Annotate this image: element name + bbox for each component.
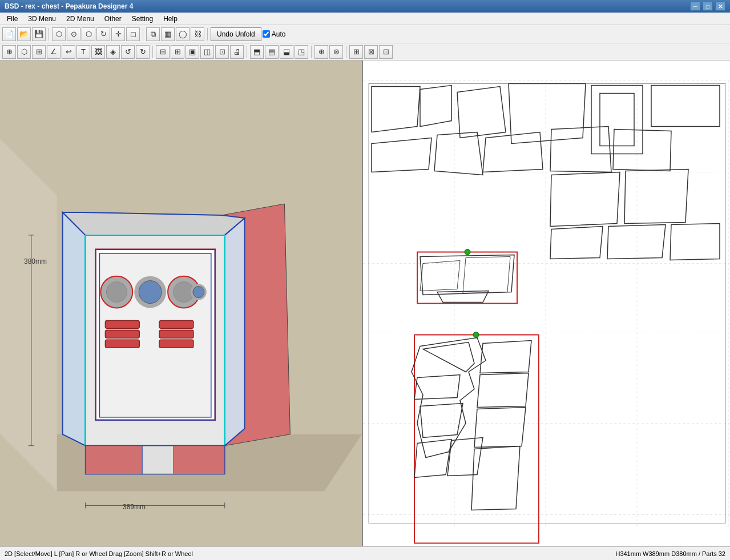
fold5-button[interactable]: ⊡ <box>215 45 229 59</box>
toolbar1: 📄 📂 💾 ⬡ ⊙ ⬡ ↻ ✛ ◻ ⧉ ▦ ◯ ⛓ Undo Unfold Au… <box>0 25 730 43</box>
fold2-button[interactable]: ⊞ <box>171 45 184 59</box>
svg-rect-31 <box>174 446 225 474</box>
svg-marker-2 <box>0 138 57 491</box>
auto-checkbox-container: Auto <box>263 30 286 38</box>
new-button[interactable]: 📄 <box>2 27 16 41</box>
maximize-button[interactable]: □ <box>703 2 713 11</box>
tool5-button[interactable]: ⊡ <box>379 45 393 59</box>
svg-rect-23 <box>105 330 139 338</box>
magnet-button[interactable]: ⬡ <box>17 45 31 59</box>
titlebar: BSD - rex - chest - Pepakura Designer 4 … <box>0 0 730 13</box>
dim-height: 380mm <box>24 257 47 265</box>
move-button[interactable]: ✛ <box>111 27 125 41</box>
angle-button[interactable]: ∠ <box>47 45 61 59</box>
separator6 <box>311 46 312 58</box>
close-button[interactable]: ✕ <box>715 2 725 11</box>
fold4-button[interactable]: ◫ <box>200 45 214 59</box>
print-button[interactable]: 🖨 <box>230 45 244 59</box>
split-button[interactable]: ⧉ <box>146 27 160 41</box>
separator4 <box>152 46 153 58</box>
titlebar-controls: ─ □ ✕ <box>690 2 725 11</box>
svg-rect-26 <box>159 330 193 338</box>
svg-point-64 <box>465 249 470 255</box>
menu-2d[interactable]: 2D Menu <box>62 14 99 24</box>
auto-checkbox[interactable] <box>263 30 270 38</box>
svg-marker-7 <box>225 218 245 446</box>
menubar: File 3D Menu 2D Menu Other Setting Help <box>0 13 730 25</box>
undo-unfold-button[interactable]: Undo Unfold <box>211 27 261 41</box>
svg-point-21 <box>193 287 204 298</box>
menu-other[interactable]: Other <box>100 14 126 24</box>
text-button[interactable]: T <box>76 45 90 59</box>
undo2-button[interactable]: ↩ <box>62 45 75 59</box>
save-button[interactable]: 💾 <box>32 27 46 41</box>
svg-rect-22 <box>105 320 139 328</box>
open-button[interactable]: 📂 <box>17 27 31 41</box>
svg-rect-30 <box>86 446 143 474</box>
undo3-button[interactable]: ↺ <box>121 45 135 59</box>
rotate-button[interactable]: ↻ <box>96 27 110 41</box>
view1-button[interactable]: ⬡ <box>52 27 66 41</box>
svg-rect-24 <box>105 340 139 348</box>
svg-rect-25 <box>159 320 193 328</box>
link-button[interactable]: ⛓ <box>191 27 204 41</box>
round-button[interactable]: ◯ <box>176 27 189 41</box>
grid-button[interactable]: ⊞ <box>32 45 46 59</box>
svg-point-70 <box>473 332 479 338</box>
right-panel-2d[interactable] <box>363 61 730 546</box>
view2-button[interactable]: ⊙ <box>67 27 80 41</box>
dim-depth: 389mm <box>123 503 146 511</box>
svg-marker-8 <box>63 212 245 235</box>
tool4-button[interactable]: ⊠ <box>364 45 378 59</box>
cube-button[interactable]: ◻ <box>126 27 140 41</box>
left-panel-3d[interactable]: 380mm 389mm <box>0 61 363 546</box>
separator1 <box>49 28 49 41</box>
unfold-svg <box>363 61 730 546</box>
export3-button[interactable]: ⬓ <box>280 45 293 59</box>
select-button[interactable]: ⊕ <box>2 45 16 59</box>
3d-button[interactable]: ◈ <box>106 45 120 59</box>
export1-button[interactable]: ⬒ <box>250 45 264 59</box>
statusbar: 2D [Select/Move] L [Pan] R or Wheel Drag… <box>0 546 730 560</box>
menu-setting[interactable]: Setting <box>127 14 158 24</box>
minimize-button[interactable]: ─ <box>690 2 700 11</box>
status-left: 2D [Select/Move] L [Pan] R or Wheel Drag… <box>5 550 193 557</box>
menu-3d[interactable]: 3D Menu <box>23 14 61 24</box>
separator7 <box>346 46 346 58</box>
menu-file[interactable]: File <box>2 14 22 24</box>
fold1-button[interactable]: ⊟ <box>156 45 170 59</box>
svg-rect-27 <box>159 340 193 348</box>
separator2 <box>143 28 143 41</box>
model-svg <box>0 61 362 546</box>
tool2-button[interactable]: ⊗ <box>329 45 343 59</box>
svg-point-15 <box>106 282 127 303</box>
separator3 <box>207 28 208 41</box>
menu-help[interactable]: Help <box>159 14 182 24</box>
svg-marker-6 <box>63 212 86 446</box>
svg-point-17 <box>139 281 162 304</box>
status-right: H341mm W389mm D380mm / Parts 32 <box>615 550 725 557</box>
fold3-button[interactable]: ▣ <box>185 45 199 59</box>
redo-button[interactable]: ↻ <box>136 45 150 59</box>
export4-button[interactable]: ◳ <box>295 45 308 59</box>
panel-button[interactable]: ▦ <box>161 27 175 41</box>
img-button[interactable]: 🖼 <box>91 45 105 59</box>
toolbar2: ⊕ ⬡ ⊞ ∠ ↩ T 🖼 ◈ ↺ ↻ ⊟ ⊞ ▣ ◫ ⊡ 🖨 ⬒ ▤ ⬓ ◳ … <box>0 43 730 61</box>
title-text: BSD - rex - chest - Pepakura Designer 4 <box>5 2 133 10</box>
tool1-button[interactable]: ⊕ <box>314 45 328 59</box>
separator5 <box>247 46 247 58</box>
main-content: 380mm 389mm <box>0 61 730 546</box>
auto-label: Auto <box>272 30 286 38</box>
view3-button[interactable]: ⬡ <box>82 27 95 41</box>
export2-button[interactable]: ▤ <box>265 45 279 59</box>
tool3-button[interactable]: ⊞ <box>349 45 363 59</box>
